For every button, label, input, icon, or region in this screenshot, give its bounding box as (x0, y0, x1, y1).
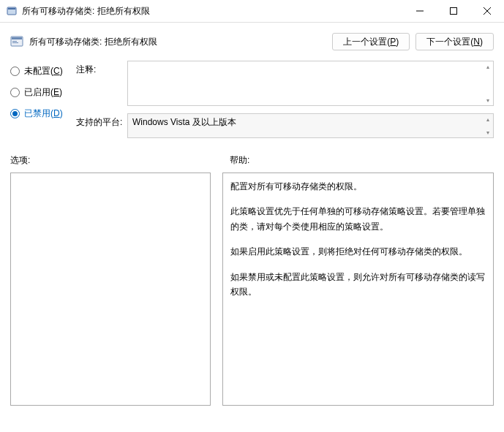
svg-rect-3 (451, 8, 457, 15)
comment-label: 注释: (76, 61, 127, 106)
svg-rect-7 (12, 37, 22, 39)
radio-disabled[interactable]: 已禁用(D) (10, 107, 76, 120)
previous-setting-button[interactable]: 上一个设置(P) (332, 33, 410, 50)
svg-rect-1 (8, 8, 15, 10)
platform-scroll[interactable]: ▴ ▾ (483, 115, 492, 137)
chevron-down-icon[interactable]: ▾ (483, 96, 492, 105)
platform-label: 支持的平台: (76, 113, 127, 138)
help-paragraph: 如果禁用或未配置此策略设置，则允许对所有可移动存储类的读写权限。 (230, 270, 486, 300)
radio-enabled[interactable]: 已启用(E) (10, 86, 76, 99)
platform-value: Windows Vista 及以上版本 (132, 116, 236, 129)
radio-indicator (10, 88, 20, 97)
maximize-button[interactable] (437, 0, 470, 22)
window-title: 所有可移动存储类: 拒绝所有权限 (22, 5, 403, 18)
minimize-button[interactable] (403, 0, 437, 22)
chevron-up-icon[interactable]: ▴ (483, 62, 492, 71)
config-area: 未配置(C) 已启用(E) 已禁用(D) 注释: ▴ ▾ 支持的平台: Wind… (0, 59, 504, 151)
section-labels: 选项: 帮助: (0, 151, 504, 173)
svg-rect-8 (12, 41, 17, 42)
chevron-down-icon[interactable]: ▾ (483, 128, 492, 137)
radio-indicator (10, 109, 20, 118)
panels: 配置对所有可移动存储类的权限。 此策略设置优先于任何单独的可移动存储策略设置。若… (0, 173, 504, 414)
next-setting-button[interactable]: 下一个设置(N) (415, 33, 494, 50)
header: 所有可移动存储类: 拒绝所有权限 上一个设置(P) 下一个设置(N) (0, 23, 504, 59)
supported-platform-box: Windows Vista 及以上版本 ▴ ▾ (127, 113, 494, 138)
help-paragraph: 配置对所有可移动存储类的权限。 (230, 179, 486, 194)
help-paragraph: 如果启用此策略设置，则将拒绝对任何可移动存储类的权限。 (230, 244, 486, 259)
radio-not-configured[interactable]: 未配置(C) (10, 65, 76, 77)
radio-label: 已启用(E) (24, 86, 62, 99)
app-icon (6, 5, 18, 17)
radio-label: 未配置(C) (24, 65, 63, 77)
window-controls (403, 0, 504, 22)
help-paragraph: 此策略设置优先于任何单独的可移动存储策略设置。若要管理单独的类，请对每个类使用相… (230, 204, 486, 234)
svg-rect-9 (12, 42, 18, 43)
options-label: 选项: (10, 154, 218, 167)
comment-input[interactable]: ▴ ▾ (127, 61, 494, 106)
help-label: 帮助: (218, 154, 494, 167)
titlebar: 所有可移动存储类: 拒绝所有权限 (0, 0, 504, 23)
policy-title: 所有可移动存储类: 拒绝所有权限 (29, 36, 326, 48)
close-button[interactable] (470, 0, 504, 22)
chevron-up-icon[interactable]: ▴ (483, 115, 492, 124)
radio-indicator (10, 67, 20, 76)
radio-group: 未配置(C) 已启用(E) 已禁用(D) (10, 61, 76, 145)
help-panel: 配置对所有可移动存储类的权限。 此策略设置优先于任何单独的可移动存储策略设置。若… (222, 173, 494, 406)
options-panel (10, 173, 211, 406)
policy-icon (10, 35, 23, 48)
radio-label: 已禁用(D) (24, 107, 63, 120)
comment-scroll[interactable]: ▴ ▾ (483, 62, 492, 105)
